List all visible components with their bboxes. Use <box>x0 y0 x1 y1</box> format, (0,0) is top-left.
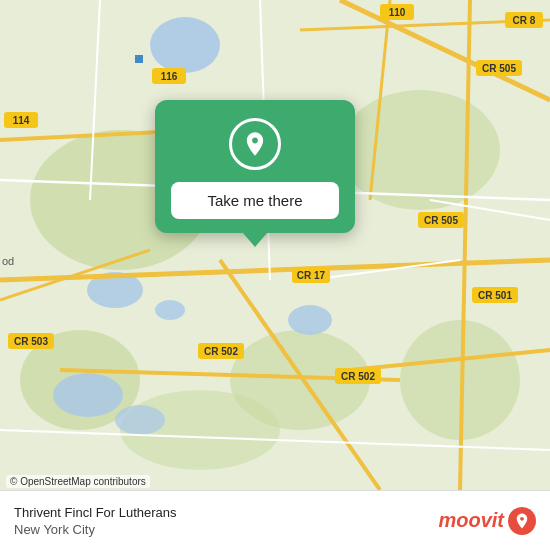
moovit-logo: moovit <box>438 507 536 535</box>
svg-text:od: od <box>2 255 14 267</box>
svg-text:CR 502: CR 502 <box>341 371 375 382</box>
svg-text:CR 505: CR 505 <box>424 215 458 226</box>
take-me-there-button[interactable]: Take me there <box>171 182 339 219</box>
svg-point-11 <box>53 373 123 417</box>
map-container: CR 8 CR 505 CR 505 110 114 116 CR 17 CR … <box>0 0 550 490</box>
svg-point-12 <box>115 405 165 435</box>
svg-text:CR 503: CR 503 <box>14 336 48 347</box>
location-city: New York City <box>14 522 430 537</box>
osm-credit: © OpenStreetMap contributors <box>6 475 150 488</box>
location-pin <box>229 118 281 170</box>
svg-point-9 <box>155 300 185 320</box>
pin-icon <box>241 130 269 158</box>
svg-rect-13 <box>135 55 143 63</box>
map-svg: CR 8 CR 505 CR 505 110 114 116 CR 17 CR … <box>0 0 550 490</box>
svg-text:CR 505: CR 505 <box>482 63 516 74</box>
location-name: Thrivent Fincl For Lutherans <box>14 505 430 520</box>
svg-point-10 <box>288 305 332 335</box>
svg-text:CR 8: CR 8 <box>513 15 536 26</box>
svg-point-7 <box>150 17 220 73</box>
svg-text:114: 114 <box>13 115 30 126</box>
svg-text:110: 110 <box>389 7 406 18</box>
svg-text:116: 116 <box>161 71 178 82</box>
svg-text:CR 501: CR 501 <box>478 290 512 301</box>
svg-text:CR 502: CR 502 <box>204 346 238 357</box>
moovit-logo-text: moovit <box>438 509 504 532</box>
moovit-icon <box>508 507 536 535</box>
bottom-bar: Thrivent Fincl For Lutherans New York Ci… <box>0 490 550 550</box>
svg-text:CR 17: CR 17 <box>297 270 326 281</box>
popup-card: Take me there <box>155 100 355 233</box>
